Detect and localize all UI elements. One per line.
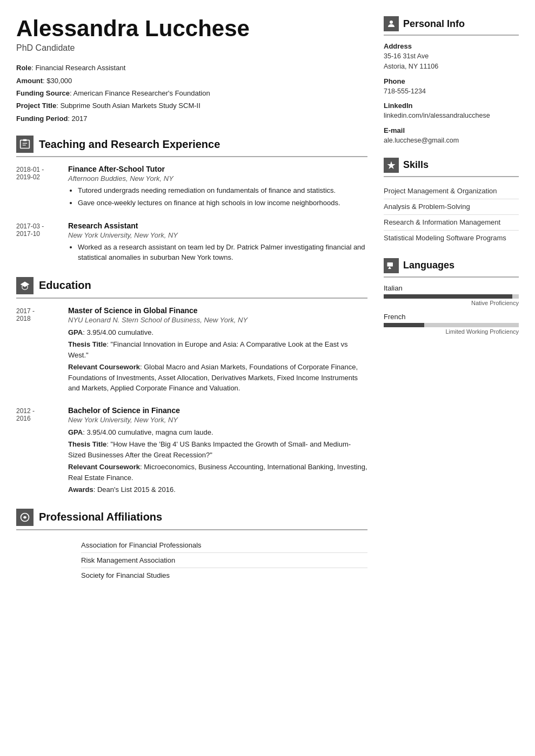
experience-entries: 2018-01 -2019-02Finance After-School Tut… xyxy=(16,165,367,265)
languages-header: Languages xyxy=(384,258,519,273)
right-column: Personal Info Address35-16 31st Ave Asto… xyxy=(384,16,519,740)
experience-title: Teaching and Research Experience xyxy=(39,138,220,151)
pi-value: 35-16 31st Ave Astoria, NY 11106 xyxy=(384,51,519,72)
entry-date: 2018-01 -2019-02 xyxy=(16,165,59,211)
pi-label: Address xyxy=(384,42,519,50)
pi-value: 718-555-1234 xyxy=(384,86,519,97)
experience-icon xyxy=(16,136,34,153)
entry-title: Finance After-School Tutor xyxy=(68,165,367,173)
entry-subtitle: New York University, New York, NY xyxy=(68,231,367,239)
entry-subtitle: New York University, New York, NY xyxy=(68,416,367,424)
personal-info-field: LinkedInlinkedin.com/in/alessandralucche… xyxy=(384,102,519,121)
entry-detail: Awards: Dean's List 2015 & 2016. xyxy=(68,484,367,495)
entry-title: Bachelor of Science in Finance xyxy=(68,406,367,415)
language-name: French xyxy=(384,313,519,321)
svg-point-5 xyxy=(390,21,393,24)
skills-title: Skills xyxy=(403,159,429,171)
entry-detail: Relevant Coursework: Microeconomics, Bus… xyxy=(68,462,367,483)
entry-date: 2017-03 -2017-10 xyxy=(16,221,59,265)
bullet-item: Gave once-weekly lectures on finance at … xyxy=(78,198,367,208)
affiliations-title: Professional Affiliations xyxy=(39,511,162,523)
affiliations-divider xyxy=(16,529,367,530)
skills-list: Project Management & OrganizationAnalysi… xyxy=(384,184,519,246)
languages-list: ItalianNative ProficiencyFrenchLimited W… xyxy=(384,284,519,335)
entry-title: Research Assistant xyxy=(68,221,367,230)
entry-date: 2012 -2016 xyxy=(16,406,59,497)
education-entry: 2017 -2018Master of Science in Global Fi… xyxy=(16,306,367,395)
experience-entry: 2017-03 -2017-10Research AssistantNew Yo… xyxy=(16,221,367,265)
funding-info: Role: Financial Research AssistantAmount… xyxy=(16,62,367,125)
education-title: Education xyxy=(39,279,91,292)
svg-rect-0 xyxy=(21,140,30,148)
experience-section-header: Teaching and Research Experience xyxy=(16,136,367,153)
svg-rect-6 xyxy=(387,262,393,267)
skills-section: Skills Project Management & Organization… xyxy=(384,158,519,246)
entry-subtitle: NYU Leonard N. Stern School of Business,… xyxy=(68,316,367,324)
language-bar-bg xyxy=(384,323,519,327)
experience-entry: 2018-01 -2019-02Finance After-School Tut… xyxy=(16,165,367,211)
resume-page: Alessandra Lucchese PhD Candidate Role: … xyxy=(0,0,535,756)
entry-detail: GPA: 3.95/4.00 cumulative. xyxy=(68,327,367,338)
pi-value: ale.lucchese@gmail.com xyxy=(384,136,519,146)
bullet-item: Tutored undergrads needing remediation o… xyxy=(78,186,367,196)
language-level: Limited Working Proficiency xyxy=(384,328,519,335)
skills-icon xyxy=(384,158,399,173)
entry-bullets: Worked as a research assistant on team l… xyxy=(68,242,367,263)
entry-detail: Thesis Title: "Financial Innovation in E… xyxy=(68,339,367,360)
language-bar-fill xyxy=(384,323,424,327)
skills-header: Skills xyxy=(384,158,519,173)
skill-item: Analysis & Problem-Solving xyxy=(384,199,519,215)
language-bar-bg xyxy=(384,294,519,299)
svg-rect-1 xyxy=(23,139,27,141)
personal-info-field: Phone718-555-1234 xyxy=(384,77,519,97)
affiliations-list: Association for Financial ProfessionalsR… xyxy=(16,538,367,583)
pi-label: LinkedIn xyxy=(384,102,519,110)
personal-info-fields: Address35-16 31st Ave Astoria, NY 11106P… xyxy=(384,42,519,146)
language-item: ItalianNative Proficiency xyxy=(384,284,519,306)
entry-detail: Relevant Coursework: Global Macro and As… xyxy=(68,362,367,394)
personal-info-field: E-mailale.lucchese@gmail.com xyxy=(384,126,519,146)
education-entry: 2012 -2016Bachelor of Science in Finance… xyxy=(16,406,367,497)
entry-bullets: Tutored undergrads needing remediation o… xyxy=(68,186,367,208)
entry-detail: GPA: 3.95/4.00 cumulative, magna cum lau… xyxy=(68,427,367,438)
affiliation-item: Association for Financial Professionals xyxy=(81,538,367,553)
affiliation-item: Society for Financial Studies xyxy=(81,568,367,583)
entry-detail: Thesis Title: "How Have the 'Big 4' US B… xyxy=(68,439,367,460)
skill-item: Statistical Modeling Software Programs xyxy=(384,231,519,246)
entry-title: Master of Science in Global Finance xyxy=(68,306,367,315)
funding-item: Funding Period: 2017 xyxy=(16,112,367,125)
skill-item: Project Management & Organization xyxy=(384,184,519,199)
affiliation-item: Risk Management Association xyxy=(81,553,367,568)
pi-label: Phone xyxy=(384,77,519,85)
languages-section: Languages ItalianNative ProficiencyFrenc… xyxy=(384,258,519,335)
personal-info-icon xyxy=(384,16,399,31)
personal-info-field: Address35-16 31st Ave Astoria, NY 11106 xyxy=(384,42,519,72)
funding-item: Role: Financial Research Assistant xyxy=(16,62,367,74)
personal-info-title: Personal Info xyxy=(403,18,465,30)
language-name: Italian xyxy=(384,284,519,292)
languages-title: Languages xyxy=(403,260,454,271)
candidate-name: Alessandra Lucchese xyxy=(16,16,367,41)
funding-item: Project Title: Subprime South Asian Mark… xyxy=(16,99,367,112)
bullet-item: Worked as a research assistant on team l… xyxy=(78,242,367,263)
pi-value: linkedin.com/in/alessandralucchese xyxy=(384,111,519,121)
education-icon xyxy=(16,277,34,294)
education-section: Education 2017 -2018Master of Science in… xyxy=(16,277,367,497)
funding-item: Amount: $30,000 xyxy=(16,75,367,87)
education-section-header: Education xyxy=(16,277,367,294)
personal-info-section: Personal Info Address35-16 31st Ave Asto… xyxy=(384,16,519,146)
languages-icon xyxy=(384,258,399,273)
personal-info-header: Personal Info xyxy=(384,16,519,31)
resume-header: Alessandra Lucchese PhD Candidate Role: … xyxy=(16,16,367,125)
experience-section: Teaching and Research Experience 2018-01… xyxy=(16,136,367,265)
skill-item: Research & Information Management xyxy=(384,215,519,231)
funding-item: Funding Source: American Finance Researc… xyxy=(16,87,367,99)
personal-info-divider xyxy=(384,35,519,36)
experience-divider xyxy=(16,156,367,157)
language-item: FrenchLimited Working Proficiency xyxy=(384,313,519,335)
affiliations-section: Professional Affiliations Association fo… xyxy=(16,509,367,583)
affiliations-icon xyxy=(16,509,34,526)
left-column: Alessandra Lucchese PhD Candidate Role: … xyxy=(16,16,367,740)
education-entries: 2017 -2018Master of Science in Global Fi… xyxy=(16,306,367,497)
candidate-title: PhD Candidate xyxy=(16,43,367,53)
